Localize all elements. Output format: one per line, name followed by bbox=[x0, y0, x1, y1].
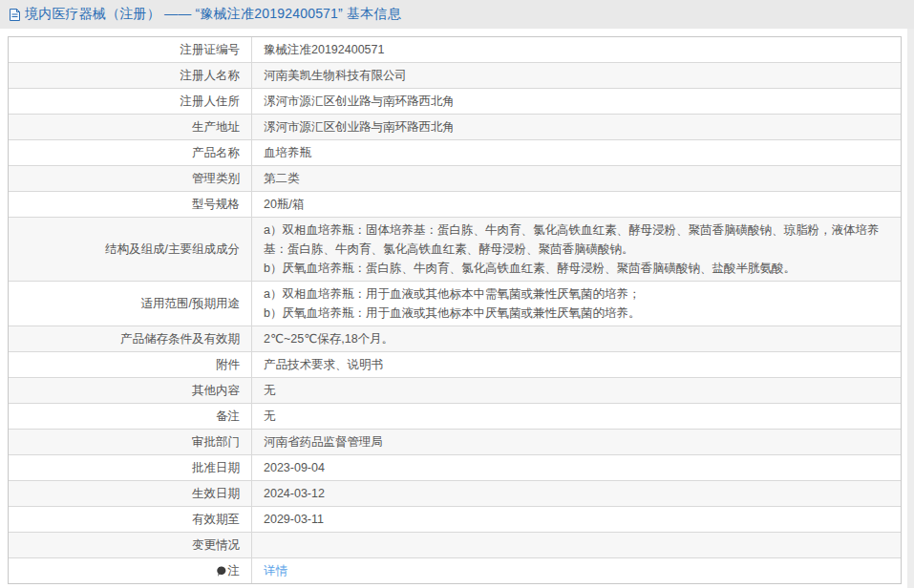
row-label: 注册证编号 bbox=[9, 37, 252, 62]
row-label: 注 bbox=[9, 558, 252, 583]
table-row: 批准日期2023-09-04 bbox=[9, 455, 901, 481]
table-row: 管理类别第二类 bbox=[9, 166, 901, 192]
row-value: 漯河市源汇区创业路与南环路西北角 bbox=[252, 89, 901, 114]
row-label-text: 产品名称 bbox=[192, 143, 240, 162]
row-label-text: 审批部门 bbox=[192, 432, 240, 452]
detail-link[interactable]: 详情 bbox=[264, 564, 287, 578]
table-row: 审批部门河南省药品监督管理局 bbox=[9, 430, 901, 455]
row-label: 结构及组成/主要组成成分 bbox=[9, 218, 252, 281]
row-value: 20瓶/箱 bbox=[252, 192, 901, 217]
row-value: 2024-03-12 bbox=[252, 481, 901, 506]
table-row: 型号规格20瓶/箱 bbox=[9, 192, 901, 218]
table-row: 产品名称血培养瓶 bbox=[9, 140, 901, 166]
row-value: 2℃~25℃保存,18个月。 bbox=[252, 326, 901, 351]
table-row: 变更情况 bbox=[9, 533, 901, 558]
page-title: 境内医疗器械（注册） —— “豫械注准20192400571” 基本信息 bbox=[25, 6, 401, 23]
row-label: 注册人住所 bbox=[9, 89, 252, 114]
table-row: 注册证编号豫械注准20192400571 bbox=[9, 37, 901, 63]
table-row: 备注无 bbox=[9, 404, 901, 430]
row-label: 适用范围/预期用途 bbox=[9, 282, 252, 326]
row-value: 河南省药品监督管理局 bbox=[252, 430, 901, 454]
table-row: 附件产品技术要求、说明书 bbox=[9, 352, 901, 378]
row-label: 产品名称 bbox=[9, 140, 252, 165]
row-value: a）双相血培养瓶：固体培养基：蛋白胨、牛肉育、氯化高铁血红素、酵母浸粉、聚茴香脑… bbox=[252, 218, 901, 281]
row-label-text: 变更情况 bbox=[192, 536, 240, 555]
document-icon bbox=[9, 8, 21, 22]
row-label: 生产地址 bbox=[9, 115, 252, 139]
row-value: 详情 bbox=[252, 558, 901, 583]
table-row: 结构及组成/主要组成成分a）双相血培养瓶：固体培养基：蛋白胨、牛肉育、氯化高铁血… bbox=[9, 218, 901, 282]
row-value: 无 bbox=[252, 404, 901, 429]
row-label-text: 注册人名称 bbox=[181, 66, 241, 85]
table-row: 注详情 bbox=[9, 558, 901, 583]
row-value: 无 bbox=[252, 378, 901, 403]
table-row: 有效期至2029-03-11 bbox=[9, 507, 901, 533]
row-label-text: 附件 bbox=[216, 355, 240, 374]
row-label-text: 注册人住所 bbox=[181, 92, 241, 111]
row-label: 附件 bbox=[9, 352, 252, 377]
row-label: 注册人名称 bbox=[9, 63, 252, 88]
row-label-text: 注册证编号 bbox=[181, 40, 241, 59]
row-label: 型号规格 bbox=[9, 192, 252, 217]
row-label-text: 有效期至 bbox=[192, 510, 240, 529]
row-value: 2023-09-04 bbox=[252, 455, 901, 480]
row-value: 血培养瓶 bbox=[252, 140, 901, 165]
row-value bbox=[252, 542, 901, 548]
row-label: 批准日期 bbox=[9, 455, 252, 480]
row-label: 管理类别 bbox=[9, 166, 252, 191]
table-row: 产品储存条件及有效期2℃~25℃保存,18个月。 bbox=[9, 326, 901, 352]
row-label: 备注 bbox=[9, 404, 252, 429]
row-label-text: 备注 bbox=[216, 407, 240, 426]
row-label: 产品储存条件及有效期 bbox=[9, 326, 252, 351]
table-row: 适用范围/预期用途a）双相血培养瓶：用于血液或其他标本中需氧菌或兼性厌氧菌的培养… bbox=[9, 282, 901, 326]
row-label-text: 适用范围/预期用途 bbox=[141, 294, 240, 313]
row-value: a）双相血培养瓶：用于血液或其他标本中需氧菌或兼性厌氧菌的培养； b）厌氧血培养… bbox=[252, 282, 901, 326]
row-value: 第二类 bbox=[252, 166, 901, 191]
row-label-text: 管理类别 bbox=[192, 169, 240, 188]
row-label: 变更情况 bbox=[9, 533, 252, 557]
table-row: 生产地址漯河市源汇区创业路与南环路西北角 bbox=[9, 115, 901, 140]
table-row: 注册人住所漯河市源汇区创业路与南环路西北角 bbox=[9, 89, 901, 115]
row-label-text: 批准日期 bbox=[192, 458, 240, 477]
note-balloon-icon bbox=[217, 566, 226, 578]
table-row: 注册人名称河南美凯生物科技有限公司 bbox=[9, 63, 901, 89]
row-label-text: 产品储存条件及有效期 bbox=[120, 329, 240, 348]
row-label: 其他内容 bbox=[9, 378, 252, 403]
scrollbar-track[interactable] bbox=[907, 29, 914, 588]
row-value: 豫械注准20192400571 bbox=[252, 37, 901, 62]
row-label-text: 生效日期 bbox=[192, 484, 240, 503]
row-label-text: 其他内容 bbox=[192, 381, 240, 400]
table-row: 其他内容无 bbox=[9, 378, 901, 404]
row-value: 漯河市源汇区创业路与南环路西北角 bbox=[252, 115, 901, 139]
row-label-text: 结构及组成/主要组成成分 bbox=[105, 240, 240, 259]
row-label-text: 注 bbox=[228, 561, 241, 580]
row-label: 生效日期 bbox=[9, 481, 252, 506]
row-label-text: 生产地址 bbox=[192, 117, 240, 136]
table-row: 生效日期2024-03-12 bbox=[9, 481, 901, 507]
registration-info-table: 注册证编号豫械注准20192400571注册人名称河南美凯生物科技有限公司注册人… bbox=[8, 36, 902, 584]
row-label: 审批部门 bbox=[9, 430, 252, 454]
row-value: 产品技术要求、说明书 bbox=[252, 352, 901, 377]
row-value: 2029-03-11 bbox=[252, 507, 901, 532]
row-value: 河南美凯生物科技有限公司 bbox=[252, 63, 901, 88]
row-label: 有效期至 bbox=[9, 507, 252, 532]
row-label-text: 型号规格 bbox=[192, 195, 240, 214]
page-header: 境内医疗器械（注册） —— “豫械注准20192400571” 基本信息 bbox=[0, 0, 914, 29]
